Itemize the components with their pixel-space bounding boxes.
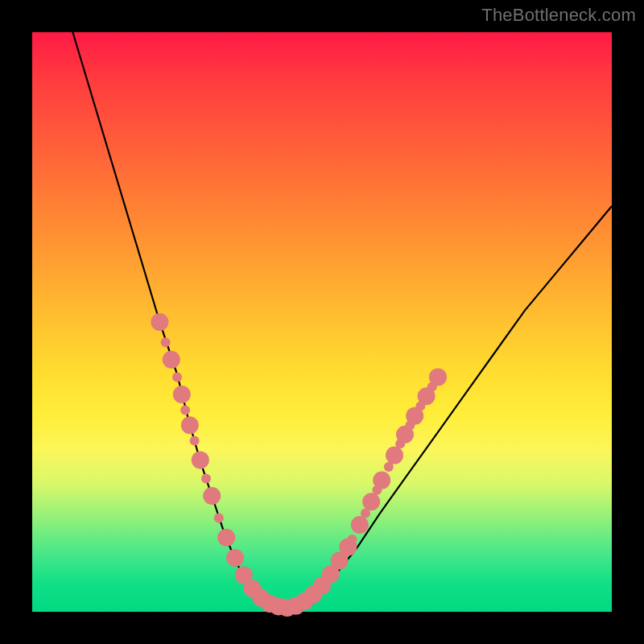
watermark-text: TheBottleneck.com — [481, 5, 636, 26]
marker-dot — [172, 372, 182, 382]
marker-dot — [203, 487, 221, 505]
marker-dot — [429, 368, 447, 386]
marker-dot — [192, 451, 209, 469]
marker-dot — [190, 436, 200, 446]
marker-dot — [226, 549, 244, 567]
marker-dot — [362, 493, 380, 510]
marker-dot — [373, 472, 390, 489]
marker-dot — [181, 416, 199, 434]
marker-dot — [173, 386, 191, 403]
highlight-dots — [151, 313, 447, 617]
marker-dot — [217, 529, 235, 547]
marker-dot — [351, 516, 369, 534]
marker-dot — [347, 535, 357, 544]
marker-dot — [386, 447, 403, 464]
marker-dot — [201, 473, 211, 483]
chart-frame: TheBottleneck.com — [0, 0, 644, 644]
chart-overlay — [32, 32, 612, 612]
marker-dot — [163, 351, 180, 369]
marker-dot — [151, 313, 168, 331]
marker-dot — [161, 337, 171, 347]
marker-dot — [180, 405, 190, 415]
marker-dot — [214, 513, 224, 522]
